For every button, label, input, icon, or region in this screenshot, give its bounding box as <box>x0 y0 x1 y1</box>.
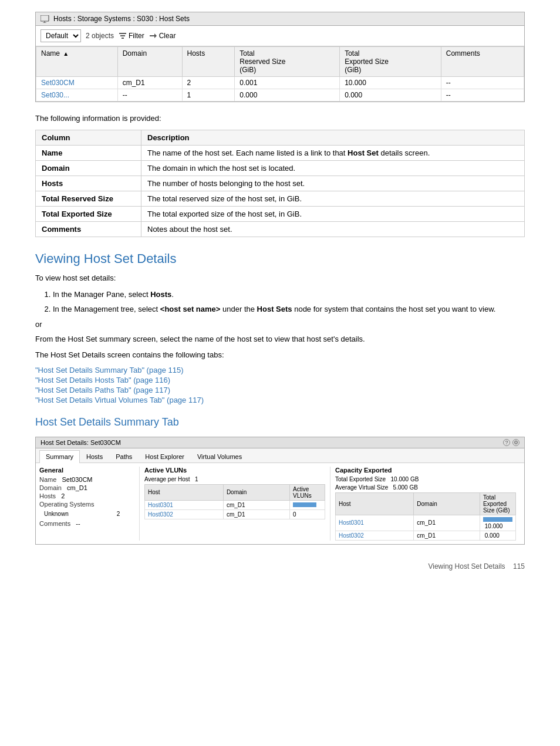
capacity-row: Host0301 cm_D1 10.000 <box>336 515 516 531</box>
tab-host-explorer[interactable]: Host Explorer <box>139 450 191 463</box>
doc-link[interactable]: "Host Set Details Summary Tab" (page 115… <box>35 366 525 374</box>
cell-comments: -- <box>441 77 524 89</box>
step-1-bold: Hosts <box>150 290 171 299</box>
col-desc-column: Name <box>36 146 141 161</box>
vlun-active: 0 <box>290 509 325 519</box>
col-desc-row: Domain The domain in which the host set … <box>36 161 525 176</box>
cell-name[interactable]: Set030... <box>36 89 118 102</box>
settings-icon[interactable]: ⚙ <box>512 439 519 446</box>
host-sets-table: Name ▲ Domain Hosts TotalReserved Size(G… <box>36 46 524 102</box>
capacity-row: Host0302 cm_D1 0.000 <box>336 531 516 540</box>
view-select[interactable]: Default <box>41 29 81 42</box>
col-exported-header: TotalExported Size(GiB) <box>340 47 441 77</box>
cap-domain: cm_D1 <box>414 515 480 531</box>
cell-hosts: 2 <box>182 77 235 89</box>
cap-domain: cm_D1 <box>414 531 480 540</box>
cap-host[interactable]: Host0302 <box>336 531 414 540</box>
col-name-header[interactable]: Name ▲ <box>36 47 118 77</box>
cap-host-header: Host <box>336 492 414 515</box>
column-description-table: Column Description Name The name of the … <box>35 130 525 237</box>
info-paragraph: The following information is provided: <box>35 114 525 123</box>
general-row-comments: Comments -- <box>39 520 133 527</box>
object-count: 2 objects <box>86 32 114 40</box>
capacity-table: Host Domain Total Exported Size (GiB) Ho… <box>335 492 516 541</box>
vluns-table: Host Domain Active VLUNs Host0301 cm_D1 … <box>144 484 325 519</box>
vlun-host-header: Host <box>145 484 224 500</box>
subsection-heading: Host Set Details Summary Tab <box>35 416 525 428</box>
help-icon[interactable]: ? <box>503 439 510 446</box>
doc-link[interactable]: "Host Set Details Hosts Tab" (page 116) <box>35 376 525 384</box>
general-row-os-label: Operating Systems <box>39 501 133 508</box>
contains-text: The Host Set Details screen contains the… <box>35 349 525 361</box>
col-desc-column: Total Reserved Size <box>36 191 141 207</box>
active-vluns-section: Active VLUNs Average per Host 1 Host Dom… <box>139 467 330 541</box>
svg-rect-0 <box>41 15 49 21</box>
filter-button[interactable]: Filter <box>119 32 144 40</box>
vlun-host[interactable]: Host0302 <box>145 509 224 519</box>
table-row: Set030CM cm_D1 2 0.001 10.000 -- <box>36 77 524 89</box>
doc-link[interactable]: "Host Set Details Paths Tab" (page 117) <box>35 386 525 394</box>
clear-button[interactable]: Clear <box>149 32 176 40</box>
os-value: 2 <box>114 510 133 518</box>
svg-rect-4 <box>120 35 125 36</box>
vlun-domain-header: Domain <box>223 484 289 500</box>
tab-summary[interactable]: Summary <box>39 450 80 463</box>
general-row-hosts: Hosts 2 <box>39 492 133 499</box>
svg-rect-5 <box>122 38 124 39</box>
cell-domain: cm_D1 <box>117 77 182 89</box>
step-1: In the Manager Pane, select Hosts. <box>53 289 525 301</box>
tab-virtual-volumes[interactable]: Virtual Volumes <box>191 450 248 463</box>
col-comments-header: Comments <box>441 47 524 77</box>
vlun-row: Host0302 cm_D1 0 <box>145 509 325 519</box>
avg-per-host: Average per Host 1 <box>144 476 325 482</box>
col-desc-column-header: Column <box>36 130 141 146</box>
cap-size: 0.000 <box>480 531 516 540</box>
col-desc-row: Comments Notes about the host set. <box>36 222 525 237</box>
capacity-section: Capacity Exported Total Exported Size 10… <box>330 467 521 541</box>
footer-text: Viewing Host Set Details <box>428 562 505 571</box>
cell-comments: -- <box>441 89 524 102</box>
cap-host[interactable]: Host0301 <box>336 515 414 531</box>
col-domain-header: Domain <box>117 47 182 77</box>
toolbar: Default 2 objects Filter Clear <box>36 26 524 46</box>
vlun-domain: cm_D1 <box>223 509 289 519</box>
general-title: General <box>39 467 133 474</box>
table-title-bar: Hosts : Storage Systems : S030 : Host Se… <box>36 12 524 26</box>
cell-exported: 0.000 <box>340 89 441 102</box>
col-desc-column: Domain <box>36 161 141 176</box>
vlun-active-header: Active VLUNs <box>290 484 325 500</box>
svg-marker-7 <box>154 33 157 38</box>
page-number: 115 <box>513 562 525 571</box>
vlun-active <box>290 500 325 509</box>
cap-domain-header: Domain <box>414 492 480 515</box>
cap-size-header: Total Exported Size (GiB) <box>480 492 516 515</box>
vlun-host[interactable]: Host0301 <box>145 500 224 509</box>
svg-rect-3 <box>119 33 126 34</box>
step-2-bold: Host Sets <box>257 305 292 313</box>
general-section: General Name Set030CM Domain cm_D1 Hosts… <box>39 467 139 541</box>
cell-reserved: 0.000 <box>235 89 340 102</box>
active-vluns-title: Active VLUNs <box>144 467 325 474</box>
cell-name[interactable]: Set030CM <box>36 77 118 89</box>
os-label: Unknown <box>39 510 114 518</box>
tab-paths[interactable]: Paths <box>109 450 139 463</box>
col-reserved-header: TotalReserved Size(GiB) <box>235 47 340 77</box>
from-text: From the Host Set summary screen, select… <box>35 333 525 345</box>
vlun-bar <box>293 502 316 507</box>
cell-hosts: 1 <box>182 89 235 102</box>
capacity-title: Capacity Exported <box>335 467 516 474</box>
doc-link[interactable]: "Host Set Details Virtual Volumes Tab" (… <box>35 396 525 404</box>
clear-icon <box>149 32 157 39</box>
monitor-icon <box>41 15 50 23</box>
screenshot-title-icons: ? ⚙ <box>503 439 519 446</box>
tabs-bar: SummaryHostsPathsHost ExplorerVirtual Vo… <box>36 448 524 463</box>
os-row: Unknown 2 <box>39 510 133 518</box>
table-title-text: Hosts : Storage Systems : S030 : Host Se… <box>53 15 190 23</box>
col-desc-column: Total Exported Size <box>36 207 141 222</box>
screenshot-body: General Name Set030CM Domain cm_D1 Hosts… <box>36 463 524 544</box>
vlun-domain: cm_D1 <box>223 500 289 509</box>
total-exported-stat: Total Exported Size 10.000 GB <box>335 476 516 482</box>
tab-hosts[interactable]: Hosts <box>80 450 109 463</box>
os-table: Unknown 2 <box>39 510 133 518</box>
col-desc-row: Total Exported Size The total exported s… <box>36 207 525 222</box>
